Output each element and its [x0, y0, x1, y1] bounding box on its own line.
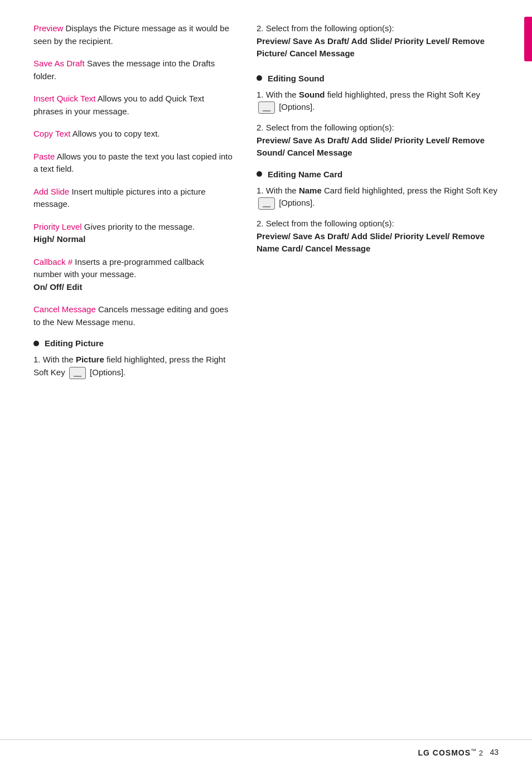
- editing-name-card-item2-prefix: 2. Select from the following option(s):: [257, 219, 394, 228]
- editing-name-card-item1-bold: Name: [299, 186, 322, 195]
- term-cancel-message: Cancel Message Cancels message editing a…: [33, 303, 234, 328]
- right-tab: [524, 17, 532, 61]
- term-body-preview: Displays the Picture message as it would…: [33, 23, 229, 46]
- editing-name-card-item2-options: Preview/ Save As Draft/ Add Slide/ Prior…: [257, 231, 485, 254]
- trademark-symbol: ™: [471, 748, 477, 754]
- term-label-priority-level: Priority Level: [33, 222, 82, 231]
- term-priority-level: Priority Level Gives priority to the mes…: [33, 221, 234, 246]
- term-extra-callback: On/ Off/ Edit: [33, 282, 83, 292]
- term-callback: Callback # Inserts a pre-programmed call…: [33, 256, 234, 294]
- term-extra-priority-level: High/ Normal: [33, 234, 85, 244]
- editing-sound-options-label: [Options].: [279, 102, 315, 112]
- footer: LG COSMOS™ 2 43: [0, 739, 532, 765]
- editing-sound-item2: 2. Select from the following option(s): …: [257, 122, 499, 159]
- term-label-copy-text: Copy Text: [33, 129, 70, 138]
- term-label-cancel-message: Cancel Message: [33, 304, 96, 314]
- term-label-preview: Preview: [33, 23, 63, 33]
- editing-sound-item2-options: Preview/ Save As Draft/ Add Slide/ Prior…: [257, 135, 485, 158]
- editing-sound-header: Editing Sound: [257, 74, 499, 83]
- term-label-callback: Callback #: [33, 257, 72, 267]
- editing-sound-item2-prefix: 2. Select from the following option(s):: [257, 123, 394, 132]
- left-column: Preview Displays the Picture message as …: [33, 22, 251, 717]
- bullet-dot-editing-name-card: [257, 171, 262, 177]
- term-body-copy-text: Allows you to copy text.: [70, 129, 159, 138]
- editing-name-card-label: Editing Name Card: [268, 170, 342, 179]
- picture-select-options: Preview/ Save As Draft/ Add Slide/ Prior…: [257, 36, 485, 59]
- term-copy-text: Copy Text Allows you to copy text.: [33, 128, 234, 141]
- editing-name-card-section: Editing Name Card 1. With the Name Card …: [257, 170, 499, 255]
- bullet-dot-editing-picture: [33, 341, 39, 346]
- editing-picture-item1-bold: Picture: [76, 355, 104, 364]
- editing-sound-section: Editing Sound 1. With the Sound field hi…: [257, 74, 499, 159]
- term-add-slide: Add Slide Insert multiple pictures into …: [33, 186, 234, 211]
- term-insert-quick-text: Insert Quick Text Allows you to add Quic…: [33, 93, 234, 118]
- term-paste: Paste Allows you to paste the text you l…: [33, 151, 234, 176]
- editing-name-card-item1-suffix: Card field highlighted, press the Right …: [322, 186, 497, 195]
- editing-picture-header: Editing Picture: [33, 338, 234, 348]
- editing-name-card-options-label: [Options].: [279, 198, 315, 207]
- editing-picture-options-label: [Options].: [90, 367, 125, 377]
- term-label-paste: Paste: [33, 152, 55, 161]
- page-container: Preview Displays the Picture message as …: [0, 0, 532, 765]
- right-column: 2. Select from the following option(s): …: [251, 22, 499, 717]
- picture-select-prefix: 2. Select from the following option(s):: [257, 23, 394, 33]
- editing-name-card-item1-prefix: 1. With the: [257, 186, 299, 195]
- editing-sound-item1-prefix: 1. With the: [257, 90, 299, 99]
- content-area: Preview Displays the Picture message as …: [0, 0, 532, 739]
- editing-sound-item1-bold: Sound: [299, 90, 325, 99]
- editing-sound-label: Editing Sound: [268, 74, 325, 83]
- bullet-dot-editing-sound: [257, 75, 262, 81]
- editing-name-card-item1: 1. With the Name Card field highlighted,…: [257, 185, 499, 210]
- term-label-save-as-draft: Save As Draft: [33, 59, 85, 68]
- key-icon-name-card: ⎯⎯: [258, 197, 275, 210]
- term-body-paste: Allows you to paste the text you last co…: [33, 152, 233, 174]
- brand-name: LG COSMOS: [418, 748, 471, 757]
- key-icon-sound: ⎯⎯: [258, 101, 275, 114]
- editing-name-card-item2: 2. Select from the following option(s): …: [257, 217, 499, 255]
- editing-sound-item1: 1. With the Sound field highlighted, pre…: [257, 89, 499, 114]
- editing-picture-section: Editing Picture 1. With the Picture fiel…: [33, 338, 234, 379]
- term-body-priority-level: Gives priority to the message.: [82, 222, 195, 231]
- term-preview: Preview Displays the Picture message as …: [33, 22, 234, 47]
- term-label-add-slide: Add Slide: [33, 187, 69, 196]
- editing-picture-item1: 1. With the Picture field highlighted, p…: [33, 354, 234, 379]
- editing-name-card-header: Editing Name Card: [257, 170, 499, 179]
- editing-picture-item1-prefix: 1. With the: [33, 355, 76, 364]
- editing-picture-label: Editing Picture: [45, 338, 104, 348]
- footer-brand: LG COSMOS™ 2: [418, 748, 483, 757]
- footer-model: 2: [479, 749, 483, 757]
- term-save-as-draft: Save As Draft Saves the message into the…: [33, 57, 234, 83]
- key-icon-picture: ⎯⎯: [69, 367, 86, 379]
- picture-select-item: 2. Select from the following option(s): …: [257, 22, 499, 60]
- footer-page-number: 43: [490, 748, 499, 757]
- term-label-insert-quick-text: Insert Quick Text: [33, 94, 95, 103]
- editing-sound-item1-suffix: field highlighted, press the Right Soft …: [325, 90, 481, 99]
